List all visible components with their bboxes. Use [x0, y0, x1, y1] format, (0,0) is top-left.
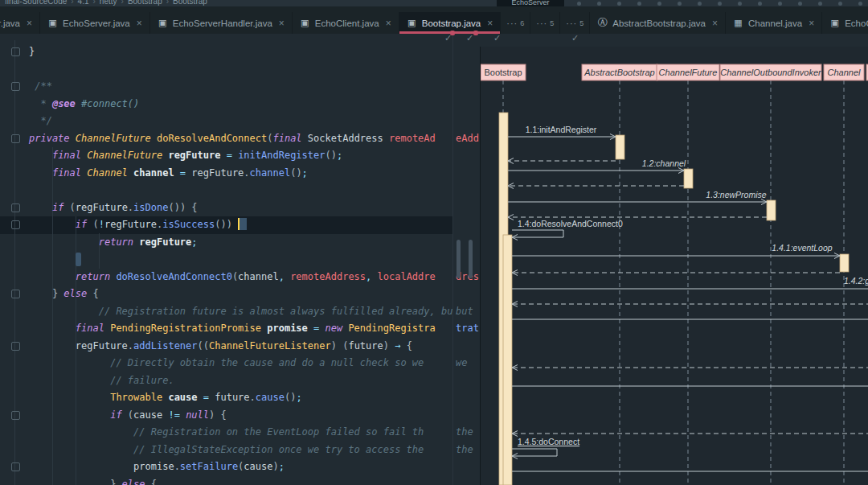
activation-bar	[503, 235, 512, 485]
close-icon[interactable]: ×	[386, 18, 391, 29]
fold-icon[interactable]	[11, 411, 20, 420]
code-line: if (cause != null) {	[29, 407, 227, 425]
message-label[interactable]: 1.4.5:doConnect	[518, 437, 579, 446]
tab-label: Bootstrap.java	[422, 18, 481, 28]
tab-handler-java[interactable]: Handler.java×	[0, 12, 40, 34]
class-file-icon: ▣	[300, 18, 310, 28]
modified-tab-marker	[473, 31, 478, 35]
hidden-tabs-indicator[interactable]: ···6	[501, 12, 530, 34]
participant-label[interactable]: AbstractBootstrap	[583, 68, 654, 77]
fold-icon[interactable]	[11, 462, 20, 471]
participant-label[interactable]: ChannelFuture	[659, 68, 718, 77]
message-label[interactable]: 1.4:doResolveAndConnect0	[518, 219, 623, 228]
tab-echoclienthandler-java[interactable]: ▣EchoClientHandler.java×	[822, 12, 868, 34]
tab-echoserverhandler-java[interactable]: ▣EchoServerHandler.java×	[150, 12, 293, 34]
close-icon[interactable]: ×	[809, 18, 814, 29]
ide-window: final-SourceCode›4.1›netty›Bootstrap›Boo…	[0, 0, 868, 485]
message-label[interactable]: 1.3:newPromise	[706, 190, 766, 199]
message-label[interactable]: 1.4.2:ge	[844, 276, 868, 286]
code-line: // IllegalStateException once we try to …	[29, 442, 424, 459]
breadcrumb-item[interactable]: Bootstrap	[128, 0, 162, 6]
ghost-text-fragment: the	[456, 442, 473, 459]
close-icon[interactable]: ×	[487, 18, 493, 29]
breadcrumb[interactable]: final-SourceCode›4.1›netty›Bootstrap›Boo…	[5, 0, 207, 6]
close-icon[interactable]: ×	[712, 18, 718, 29]
code-line: Throwable cause = future.cause();	[29, 389, 302, 407]
participant-label[interactable]: ChannelOutboundInvoker	[720, 68, 822, 77]
toolbar-icon[interactable]	[657, 2, 661, 6]
toolbar-icon[interactable]	[798, 2, 802, 6]
editor-pane[interactable]: } /** * @see #connect() */private Channe…	[0, 34, 452, 485]
fold-icon[interactable]	[11, 220, 20, 229]
self-message[interactable]	[512, 449, 557, 456]
message-label[interactable]: 1.2:channel	[642, 158, 686, 168]
fold-icon[interactable]	[11, 342, 20, 351]
breadcrumb-item[interactable]: netty	[100, 0, 117, 6]
self-message[interactable]	[512, 230, 563, 237]
message-label[interactable]: 1.4.1:eventLoop	[772, 243, 832, 253]
check-icon: ✓	[493, 33, 501, 43]
toolbar-icon[interactable]	[698, 2, 702, 6]
tab-label: Channel.java	[748, 18, 802, 28]
breadcrumb-item[interactable]: 4.1	[78, 0, 89, 6]
caret	[238, 218, 247, 230]
fold-icon[interactable]	[11, 203, 20, 212]
toolbar-icon[interactable]	[597, 2, 601, 6]
interface-file-icon: ▦	[733, 18, 743, 28]
toolbar-icon[interactable]	[678, 2, 682, 6]
close-icon[interactable]: ×	[27, 18, 32, 29]
tab-channel-java[interactable]: ▦Channel.java×	[726, 12, 822, 34]
hidden-tab-count: 6	[520, 19, 524, 27]
message-label[interactable]: 1.1:initAndRegister	[526, 125, 597, 134]
activation-bar	[767, 200, 776, 220]
class-file-icon: ▣	[829, 18, 840, 28]
toolbar-icon[interactable]	[778, 2, 782, 6]
tab-echoserver-java[interactable]: ▣EchoServer.java×	[40, 12, 150, 34]
code-line: * @see #connect()	[29, 96, 139, 113]
code-line: return doResolveAndConnect0(channel, rem…	[29, 269, 436, 286]
code-line: // Directly obtain the cause and do a nu…	[29, 355, 424, 372]
participant-label[interactable]: Bootstrap	[484, 68, 522, 77]
class-file-icon: ▣	[47, 18, 58, 28]
tab-label: EchoClientHandler.java	[845, 18, 868, 28]
toolbar-icon[interactable]	[858, 2, 862, 6]
toolbar-icon[interactable]	[637, 2, 641, 6]
fold-icon[interactable]	[11, 290, 20, 298]
tab-echoclient-java[interactable]: ▣EchoClient.java×	[293, 12, 399, 34]
scrollbar-thumb[interactable]	[457, 240, 461, 278]
toolbar-icon[interactable]	[617, 2, 621, 6]
toolbar-icon[interactable]	[838, 2, 842, 6]
code-line: if (!regFuture.isSuccess())	[29, 216, 247, 234]
sequence-diagram-panel[interactable]: 1.1:initAndRegister1.2:channel1.3:newPro…	[480, 47, 868, 485]
fold-icon[interactable]	[11, 134, 20, 143]
code-line: /**	[29, 78, 52, 96]
ghost-text-fragment: the	[456, 424, 473, 442]
activation-bar	[684, 169, 693, 188]
close-icon[interactable]: ×	[279, 18, 285, 29]
ghost-text-fragment: trat	[456, 320, 479, 338]
toolbar-icon[interactable]	[577, 2, 581, 6]
code-line: final Channel channel = regFuture.channe…	[29, 165, 308, 183]
check-icon: ✓	[466, 33, 473, 43]
activation-bar	[840, 254, 849, 272]
tab-bar: Handler.java×▣EchoServer.java×▣EchoServe…	[0, 6, 868, 34]
fold-icon[interactable]	[11, 47, 20, 56]
code-line: // Registration on the EventLoop failed …	[29, 424, 424, 442]
scrollbar-thumb[interactable]	[469, 240, 473, 278]
toolbar-icon[interactable]	[738, 2, 742, 6]
toolbar-icon[interactable]	[758, 2, 762, 6]
arrowhead	[508, 215, 514, 220]
breadcrumb-item[interactable]: Bootstrap	[173, 0, 207, 6]
close-icon[interactable]: ×	[137, 18, 142, 29]
participant-label[interactable]: Channel	[828, 68, 862, 77]
modified-tab-marker	[450, 31, 455, 35]
breadcrumb-item[interactable]: final-SourceCode	[5, 0, 67, 6]
code-line: regFuture.addListener((ChannelFutureList…	[29, 338, 412, 356]
toolbar-icon[interactable]	[818, 2, 822, 6]
fold-icon[interactable]	[11, 82, 20, 91]
tab-abstractbootstrap-java[interactable]: ⒶAbstractBootstrap.java×	[590, 12, 726, 34]
toolbar-icon[interactable]	[718, 2, 722, 6]
code-line: } else {	[29, 476, 157, 485]
hidden-tabs-indicator[interactable]: ···5	[560, 12, 590, 34]
hidden-tabs-indicator[interactable]: ···5	[530, 12, 560, 34]
